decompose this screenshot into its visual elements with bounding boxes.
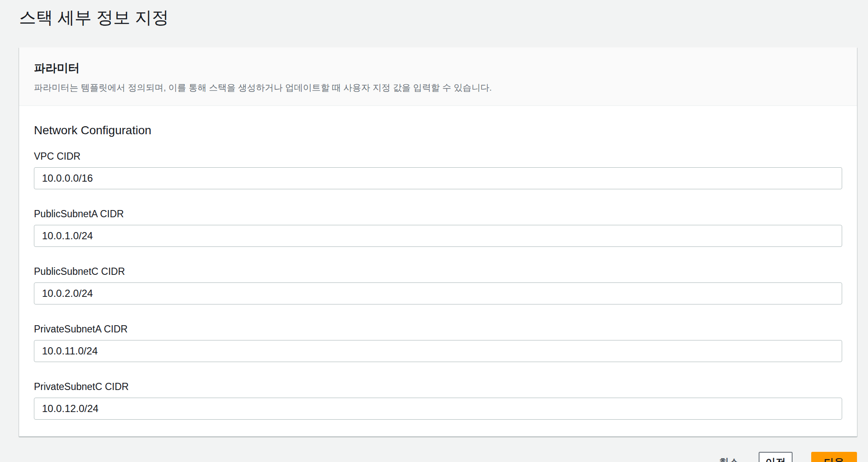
field-public-subnet-c-cidr: PublicSubnetC CIDR bbox=[34, 266, 842, 304]
previous-button[interactable]: 이전 bbox=[759, 452, 793, 462]
parameters-card-header: 파라미터 파라미터는 템플릿에서 정의되며, 이를 통해 스택을 생성하거나 업… bbox=[19, 47, 857, 106]
field-private-subnet-a-cidr: PrivateSubnetA CIDR bbox=[34, 324, 842, 362]
vpc-cidr-input[interactable] bbox=[34, 167, 842, 189]
private-subnet-a-cidr-input[interactable] bbox=[34, 340, 842, 362]
vpc-cidr-label: VPC CIDR bbox=[34, 151, 842, 162]
field-vpc-cidr: VPC CIDR bbox=[34, 151, 842, 189]
private-subnet-a-cidr-label: PrivateSubnetA CIDR bbox=[34, 324, 842, 335]
wizard-actions: 취소 이전 다음 bbox=[19, 452, 857, 462]
network-configuration-section-title: Network Configuration bbox=[34, 124, 842, 137]
private-subnet-c-cidr-input[interactable] bbox=[34, 398, 842, 420]
parameters-card-body: Network Configuration VPC CIDR PublicSub… bbox=[19, 106, 857, 437]
parameters-card: 파라미터 파라미터는 템플릿에서 정의되며, 이를 통해 스택을 생성하거나 업… bbox=[19, 47, 857, 437]
public-subnet-a-cidr-label: PublicSubnetA CIDR bbox=[34, 208, 842, 219]
next-button[interactable]: 다음 bbox=[811, 452, 857, 462]
field-public-subnet-a-cidr: PublicSubnetA CIDR bbox=[34, 208, 842, 247]
public-subnet-a-cidr-input[interactable] bbox=[34, 225, 842, 247]
parameters-card-description: 파라미터는 템플릿에서 정의되며, 이를 통해 스택을 생성하거나 업데이트할 … bbox=[34, 82, 842, 94]
public-subnet-c-cidr-label: PublicSubnetC CIDR bbox=[34, 266, 842, 277]
field-private-subnet-c-cidr: PrivateSubnetC CIDR bbox=[34, 381, 842, 420]
stack-details-page: 스택 세부 정보 지정 파라미터 파라미터는 템플릿에서 정의되며, 이를 통해… bbox=[0, 0, 868, 462]
cancel-button[interactable]: 취소 bbox=[719, 457, 739, 462]
parameters-card-title: 파라미터 bbox=[34, 61, 842, 76]
private-subnet-c-cidr-label: PrivateSubnetC CIDR bbox=[34, 381, 842, 392]
page-title: 스택 세부 정보 지정 bbox=[19, 7, 857, 28]
public-subnet-c-cidr-input[interactable] bbox=[34, 282, 842, 304]
